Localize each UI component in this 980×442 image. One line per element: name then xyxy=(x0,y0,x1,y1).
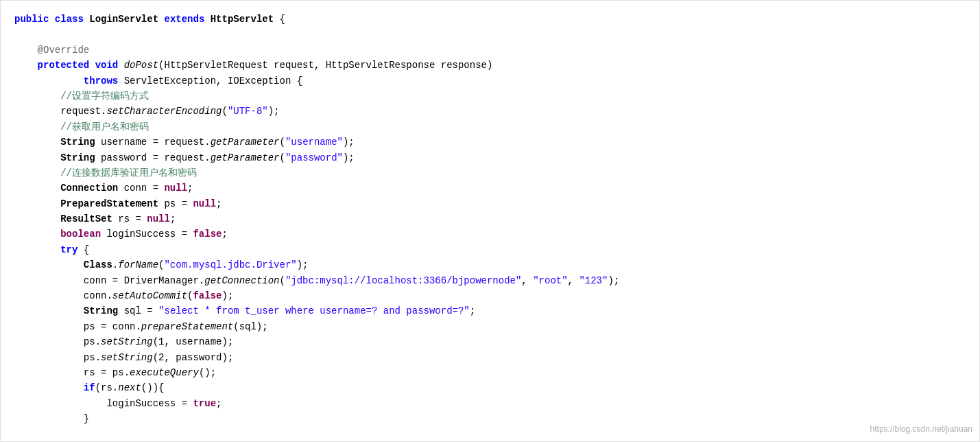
code-line-15: boolean loginSuccess = false; xyxy=(14,226,966,242)
code-line-24: rs = ps.executeQuery(); xyxy=(14,365,966,380)
code-line-1: public class LoginServlet extends HttpSe… xyxy=(14,12,966,27)
code-line-20: String sql = "select * from t_user where… xyxy=(14,303,966,318)
code-line-12: Connection conn = null; xyxy=(14,181,966,196)
code-line-14: ResultSet rs = null; xyxy=(14,211,966,226)
code-line-18: conn = DriverManager.getConnection("jdbc… xyxy=(14,273,966,288)
code-line-3: @Override xyxy=(14,43,966,58)
code-line-26: loginSuccess = true; xyxy=(14,396,966,411)
code-line-13: PreparedStatement ps = null; xyxy=(14,196,966,211)
code-line-19: conn.setAutoCommit(false); xyxy=(14,288,966,303)
code-line-23: ps.setString(2, password); xyxy=(14,350,966,365)
code-line-4: protected void doPost(HttpServletRequest… xyxy=(14,58,966,73)
code-line-11: //连接数据库验证用户名和密码 xyxy=(14,165,966,181)
code-line-9: String username = request.getParameter("… xyxy=(14,135,966,150)
code-line-22: ps.setString(1, username); xyxy=(14,334,966,349)
code-line-5: throws ServletException, IOException { xyxy=(14,73,966,89)
code-line-16: try { xyxy=(14,242,966,257)
code-line-27: } xyxy=(14,411,966,426)
watermark: https://blog.csdn.net/jiahuan xyxy=(870,423,972,436)
code-line-25: if(rs.next()){ xyxy=(14,380,966,395)
code-line-2 xyxy=(14,27,966,42)
code-line-7: request.setCharacterEncoding("UTF-8"); xyxy=(14,104,966,119)
code-container: public class LoginServlet extends HttpSe… xyxy=(0,0,980,442)
code-line-17: Class.forName("com.mysql.jdbc.Driver"); xyxy=(14,257,966,272)
code-line-21: ps = conn.prepareStatement(sql); xyxy=(14,319,966,334)
code-line-10: String password = request.getParameter("… xyxy=(14,150,966,165)
code-line-6: //设置字符编码方式 xyxy=(14,89,966,104)
code-line-8: //获取用户名和密码 xyxy=(14,119,966,135)
